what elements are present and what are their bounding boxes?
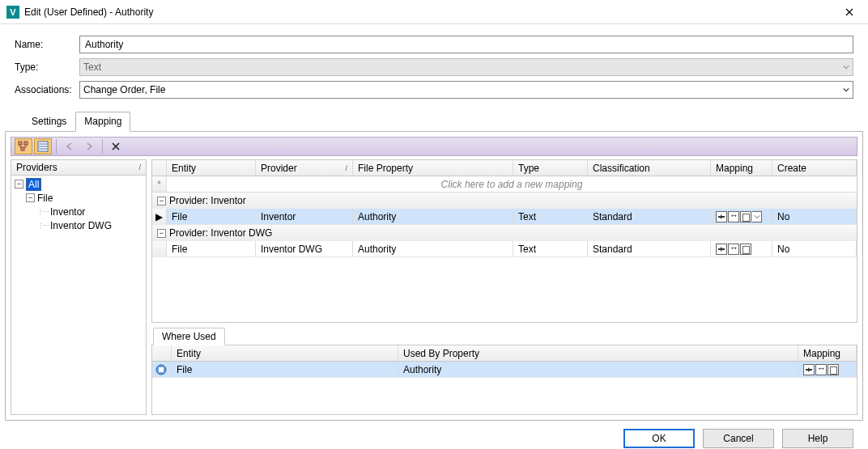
move-right-button: [80, 138, 98, 155]
form-area: Name: Type: Text Associations: Change Or…: [0, 24, 868, 108]
tree-icon: [18, 141, 29, 152]
cell-entity: File: [172, 362, 398, 378]
row-indicator-icon: ▶: [152, 209, 167, 225]
cell-entity: File: [167, 241, 256, 257]
col-entity[interactable]: Entity: [167, 160, 256, 176]
collapse-icon[interactable]: −: [157, 229, 166, 238]
mapping-row[interactable]: ▶ File Inventor Authority Text Standard: [152, 209, 857, 225]
tree-label: All: [26, 178, 41, 191]
dialog-buttons: OK Cancel Help: [0, 421, 868, 449]
tree-node-all[interactable]: − All: [11, 177, 146, 191]
where-used-row[interactable]: File Authority: [152, 362, 857, 378]
col-type[interactable]: Type: [513, 160, 588, 176]
svg-rect-0: [19, 142, 22, 145]
sort-indicator-icon: /: [345, 164, 347, 172]
group-provider-inventor-dwg[interactable]: − Provider: Inventor DWG: [152, 225, 857, 241]
chevron-down-icon: [843, 84, 849, 95]
tab-where-used[interactable]: Where Used: [153, 328, 225, 345]
map-bidir-icon: [815, 364, 827, 375]
providers-header[interactable]: Providers /: [11, 159, 147, 176]
app-icon: V: [6, 6, 19, 19]
associations-value: Change Order, File: [83, 84, 165, 95]
cell-used-by: Authority: [398, 362, 798, 378]
collapse-icon[interactable]: −: [26, 193, 35, 202]
col-used-by[interactable]: Used By Property: [398, 345, 798, 362]
tree-label: Inventor DWG: [50, 220, 112, 231]
cell-provider: Inventor DWG: [256, 241, 353, 257]
map-doc-icon: [740, 244, 751, 255]
cell-classification: Standard: [588, 209, 711, 225]
cell-file-property[interactable]: Authority: [353, 241, 513, 257]
name-label: Name:: [15, 39, 79, 50]
ok-button[interactable]: OK: [623, 429, 695, 448]
type-select: Text: [79, 58, 853, 76]
tree-node-inventor[interactable]: ⋮⋯ Inventor: [11, 205, 146, 218]
col-provider[interactable]: Provider/: [256, 160, 353, 176]
cell-create[interactable]: No: [772, 241, 857, 257]
cell-file-property[interactable]: Authority: [353, 209, 513, 225]
col-entity[interactable]: Entity: [172, 345, 398, 362]
mapping-toolbar: [11, 137, 857, 156]
map-read-icon: [716, 244, 727, 255]
group-provider-inventor[interactable]: − Provider: Inventor: [152, 193, 857, 209]
cell-mapping[interactable]: [711, 209, 772, 225]
title-bar: V Edit (User Defined) - Authority: [0, 0, 868, 24]
type-value: Text: [83, 61, 101, 73]
col-file-property[interactable]: File Property: [353, 160, 513, 176]
cell-mapping[interactable]: [711, 241, 772, 257]
arrow-right-icon: [84, 142, 94, 151]
tree-view-button[interactable]: [15, 138, 32, 155]
tab-settings[interactable]: Settings: [23, 112, 75, 131]
cell-create[interactable]: No: [772, 209, 857, 225]
move-left-button: [61, 138, 79, 155]
associations-label: Associations:: [15, 84, 79, 95]
map-doc-icon: [740, 211, 751, 222]
providers-header-label: Providers: [16, 162, 57, 173]
tree-label: File: [37, 193, 53, 204]
collapse-icon[interactable]: −: [157, 197, 166, 205]
row-indicator-icon: [152, 241, 167, 257]
chevron-down-icon[interactable]: [752, 211, 762, 222]
delete-button[interactable]: [107, 138, 125, 155]
sort-indicator-icon: /: [138, 163, 141, 172]
grid-corner: [152, 345, 172, 362]
cell-classification: Standard: [588, 241, 711, 257]
window-title: Edit (User Defined) - Authority: [24, 6, 831, 18]
add-mapping-hint: Click here to add a new mapping: [167, 176, 857, 192]
providers-tree: − All − File ⋮⋯ Inventor ⋮⋯ Inventor DWG: [11, 176, 147, 415]
help-button[interactable]: Help: [782, 429, 853, 448]
providers-panel: Providers / − All − File ⋮⋯ Inventor: [11, 159, 147, 415]
map-read-icon: [803, 364, 815, 375]
grid-header: Entity Provider/ File Property Type Clas…: [152, 160, 857, 176]
mapping-grid: Entity Provider/ File Property Type Clas…: [151, 159, 857, 323]
list-view-button[interactable]: [34, 138, 52, 155]
svg-rect-2: [21, 147, 24, 150]
map-doc-icon: [828, 364, 839, 375]
tab-mapping[interactable]: Mapping: [75, 112, 130, 132]
svg-rect-1: [24, 142, 28, 145]
col-provider-label: Provider: [261, 163, 297, 174]
collapse-icon[interactable]: −: [15, 180, 23, 188]
tree-node-inventor-dwg[interactable]: ⋮⋯ Inventor DWG: [11, 218, 146, 232]
cancel-button[interactable]: Cancel: [703, 429, 774, 448]
where-used-header: Entity Used By Property Mapping: [152, 345, 857, 362]
mapping-row[interactable]: File Inventor DWG Authority Text Standar…: [152, 241, 857, 257]
map-bidir-icon: [728, 211, 739, 222]
name-input[interactable]: [79, 36, 853, 53]
group-label: Provider: Inventor DWG: [169, 227, 272, 239]
close-button[interactable]: [831, 0, 868, 24]
toolbar-separator: [102, 139, 103, 154]
associations-select[interactable]: Change Order, File: [79, 81, 853, 99]
tab-strip: Settings Mapping: [5, 108, 863, 132]
col-mapping[interactable]: Mapping: [798, 345, 857, 362]
add-mapping-row[interactable]: * Click here to add a new mapping: [152, 176, 857, 193]
cell-entity: File: [167, 209, 256, 225]
cell-type: Text: [513, 241, 588, 257]
map-bidir-icon: [728, 244, 739, 255]
col-mapping[interactable]: Mapping: [711, 160, 772, 176]
col-create[interactable]: Create: [772, 160, 857, 176]
col-classification[interactable]: Classification: [588, 160, 711, 176]
arrow-left-icon: [65, 142, 74, 151]
tree-node-file[interactable]: − File: [11, 191, 146, 205]
file-entity-icon: [155, 363, 168, 376]
